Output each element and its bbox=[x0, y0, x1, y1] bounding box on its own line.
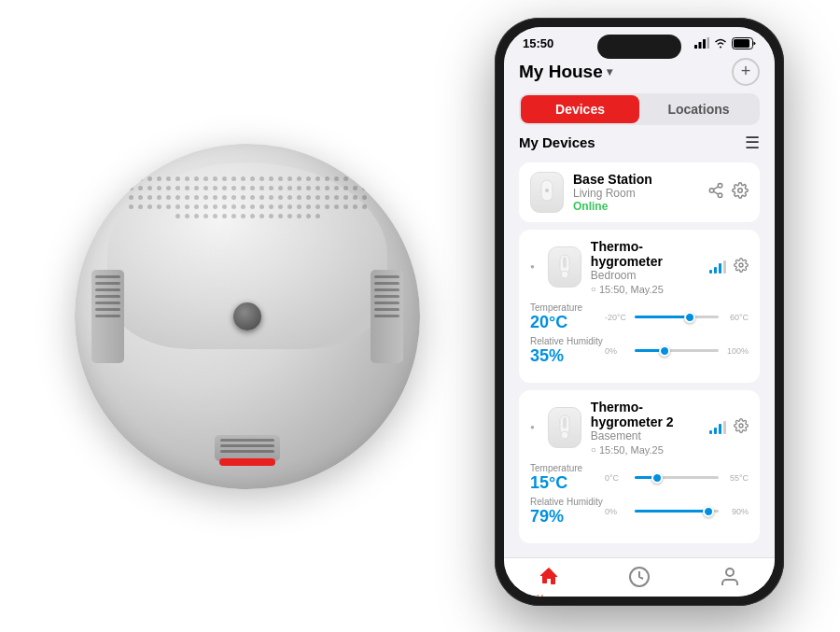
share-icon[interactable] bbox=[707, 182, 724, 203]
dot-indicator-1: ● bbox=[530, 262, 535, 271]
temp2-max: 55°C bbox=[722, 473, 749, 483]
account-icon bbox=[719, 566, 741, 594]
svg-rect-1 bbox=[699, 42, 702, 49]
base-station-actions bbox=[707, 182, 749, 203]
thermo1-info: Thermo-hygrometer Bedroom ○ 15:50, May.2… bbox=[591, 239, 700, 295]
home-label: Home bbox=[537, 594, 562, 597]
svg-point-10 bbox=[718, 193, 722, 198]
svg-line-12 bbox=[713, 186, 718, 189]
device-card-thermo2: ● Thermo-hygrometer 2 Basement bbox=[519, 390, 760, 543]
nav-history[interactable]: History bbox=[595, 566, 685, 597]
svg-rect-15 bbox=[563, 257, 567, 268]
humid1-min: 0% bbox=[605, 346, 631, 356]
base-station-status: Online bbox=[573, 200, 698, 213]
thermo2-location: Basement bbox=[591, 429, 700, 442]
thermo2-name: Thermo-hygrometer 2 bbox=[591, 400, 700, 429]
base-station-info: Base Station Living Room Online bbox=[573, 172, 698, 213]
base-station-name: Base Station bbox=[573, 172, 698, 187]
svg-rect-19 bbox=[563, 417, 567, 428]
thermo1-time: ○ 15:50, May.25 bbox=[591, 284, 700, 295]
section-title: My Devices bbox=[519, 134, 595, 150]
svg-point-17 bbox=[739, 263, 743, 267]
svg-rect-3 bbox=[707, 37, 710, 49]
thermo1-readings: Temperature 20°C -20°C 60°C bbox=[530, 295, 749, 373]
temp1-min: -20°C bbox=[605, 313, 631, 322]
temp2-slider[interactable]: 0°C 55°C bbox=[605, 473, 749, 483]
add-button[interactable]: + bbox=[732, 58, 760, 86]
tab-devices[interactable]: Devices bbox=[521, 95, 639, 123]
humid2-max: 90% bbox=[722, 507, 749, 516]
temp1-row: Temperature 20°C -20°C 60°C bbox=[530, 302, 749, 332]
house-title: My House bbox=[519, 62, 603, 82]
thermo2-actions bbox=[709, 418, 749, 437]
device-card-base-station: Base Station Living Room Online bbox=[519, 162, 760, 222]
phone-frame: 15:50 bbox=[485, 18, 793, 615]
thermo2-info: Thermo-hygrometer 2 Basement ○ 15:50, Ma… bbox=[591, 400, 700, 456]
temp2-min: 0°C bbox=[605, 473, 631, 483]
history-label: History bbox=[624, 596, 653, 597]
device-card-thermo1: ● Thermo-hygrometer Bedroom bbox=[519, 230, 760, 383]
humid1-label: Relative Humidity bbox=[530, 336, 605, 346]
svg-point-23 bbox=[726, 569, 734, 576]
app-title[interactable]: My House ▾ bbox=[519, 62, 612, 82]
battery-icon bbox=[732, 37, 756, 49]
temp1-slider[interactable]: -20°C 60°C bbox=[605, 313, 749, 322]
section-header: My Devices ☰ bbox=[519, 133, 760, 153]
humid2-label: Relative Humidity bbox=[530, 497, 605, 507]
svg-point-20 bbox=[561, 431, 568, 439]
app-header: My House ▾ + bbox=[504, 54, 775, 93]
menu-icon[interactable]: ☰ bbox=[745, 133, 760, 153]
svg-point-13 bbox=[738, 188, 743, 192]
humid2-min: 0% bbox=[605, 507, 631, 516]
account-label: Account bbox=[713, 596, 747, 597]
nav-account[interactable]: Account bbox=[684, 566, 775, 597]
chevron-down-icon: ▾ bbox=[607, 65, 612, 78]
svg-rect-2 bbox=[703, 39, 706, 49]
thermo1-actions bbox=[709, 258, 749, 276]
signal-bars-2 bbox=[709, 421, 726, 434]
tab-locations[interactable]: Locations bbox=[639, 95, 758, 123]
temp2-label: Temperature bbox=[530, 463, 605, 473]
thermo2-readings: Temperature 15°C 0°C 55°C bbox=[530, 456, 749, 534]
settings-icon-2[interactable] bbox=[734, 258, 749, 276]
humid2-slider[interactable]: 0% 90% bbox=[605, 507, 749, 516]
history-icon bbox=[628, 566, 651, 594]
humid1-value: 35% bbox=[530, 346, 579, 366]
bottom-nav: Home History bbox=[504, 557, 775, 597]
humid1-slider[interactable]: 0% 100% bbox=[605, 346, 749, 356]
thermo1-name: Thermo-hygrometer bbox=[591, 239, 700, 269]
thermo2-time: ○ 15:50, May.25 bbox=[591, 444, 700, 456]
svg-line-11 bbox=[713, 191, 718, 194]
temp1-value: 20°C bbox=[530, 313, 579, 332]
svg-rect-0 bbox=[694, 45, 697, 49]
temp2-value: 15°C bbox=[530, 473, 579, 493]
settings-icon-3[interactable] bbox=[734, 418, 749, 437]
status-icons bbox=[694, 37, 756, 49]
signal-bars-1 bbox=[709, 260, 726, 274]
scroll-content: My Devices ☰ bbox=[504, 133, 775, 557]
temp2-row: Temperature 15°C 0°C 55°C bbox=[530, 463, 749, 493]
svg-point-16 bbox=[561, 271, 568, 278]
settings-icon[interactable] bbox=[732, 182, 749, 203]
nav-home[interactable]: Home bbox=[504, 566, 595, 597]
humid1-max: 100% bbox=[722, 346, 749, 356]
signal-icon bbox=[694, 37, 709, 49]
temp1-max: 60°C bbox=[722, 313, 749, 322]
tab-bar: Devices Locations bbox=[519, 93, 760, 125]
status-time: 15:50 bbox=[523, 36, 553, 50]
thermo2-icon bbox=[548, 407, 581, 448]
base-station-location: Living Room bbox=[573, 187, 698, 200]
wifi-icon bbox=[713, 37, 728, 49]
temp1-label: Temperature bbox=[530, 302, 605, 313]
dynamic-island bbox=[597, 35, 681, 59]
svg-point-9 bbox=[709, 188, 714, 192]
svg-point-21 bbox=[739, 424, 743, 428]
base-station-icon bbox=[530, 172, 564, 213]
thermo1-icon bbox=[548, 246, 581, 288]
humid2-row: Relative Humidity 79% 0% 90% bbox=[530, 497, 749, 527]
dot-indicator-2: ● bbox=[530, 423, 535, 431]
svg-point-7 bbox=[545, 189, 549, 192]
humid2-value: 79% bbox=[530, 507, 579, 527]
svg-rect-5 bbox=[734, 39, 749, 48]
humid1-row: Relative Humidity 35% 0% 100% bbox=[530, 336, 749, 366]
